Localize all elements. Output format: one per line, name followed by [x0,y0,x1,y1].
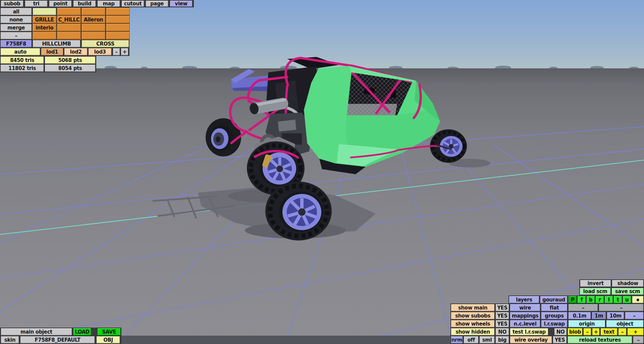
select-none-button[interactable]: none [0,16,32,23]
menu-point[interactable]: point [49,0,72,7]
mappings-button[interactable]: mappings [510,312,540,320]
object-button[interactable]: object [606,320,644,328]
show-wheels-button[interactable]: show wheels [451,320,495,328]
subob-slot-interio[interactable]: interio [33,24,56,31]
grid-01m-button[interactable]: 0.1m [568,312,591,320]
text-plus-button[interactable]: + [627,328,644,336]
channel-r-button[interactable]: r [595,296,604,303]
nrm-button[interactable]: nrm [451,336,463,344]
wire-overlay-state[interactable]: YES [553,336,567,344]
subob-slot-grille[interactable]: GRILLE [33,16,56,23]
lod-minus-button[interactable]: – [113,48,120,56]
channel-f-button[interactable]: f [577,296,586,303]
grid-1m-button[interactable]: 1m [592,312,606,320]
lod1-button[interactable]: lod1 [41,48,63,56]
subob-slot-1-3[interactable] [106,16,130,23]
wheel-rear-far [206,118,241,156]
text-minus-button[interactable]: – [618,328,627,336]
text-button[interactable]: text [600,328,618,336]
subob-slot-3-0[interactable] [33,32,56,40]
skin-button[interactable]: skin [1,336,19,344]
subob-slot-c-hillc[interactable]: C_HILLC [57,16,81,23]
subob-slot-0-1[interactable] [57,8,81,15]
show-hidden-state[interactable]: NO [495,328,509,336]
show-subobs-button[interactable]: show subobs [451,312,495,320]
reload-textures-button[interactable]: reload textures [568,336,632,344]
layers-button[interactable]: layers [509,296,539,303]
channel-b-button[interactable]: b [586,296,595,303]
subob-slot-aileron[interactable]: Aileron [82,16,105,23]
flat-button[interactable]: flat [541,304,568,312]
horizon-silhouette [105,66,639,70]
menu-page[interactable]: page [146,0,168,7]
menu-build[interactable]: build [73,0,96,7]
lr-swap-button[interactable]: l.r.swap [541,320,568,328]
lod-pts-stat: 5068 pts [45,56,96,64]
subob-slot-2-1[interactable] [57,24,81,31]
subob-slot-2-3[interactable] [106,24,130,31]
lod2-button[interactable]: lod2 [64,48,88,56]
subob-slot-2-2[interactable] [82,24,105,31]
subob-slot-0-0[interactable] [33,8,56,15]
origin-button[interactable]: origin [568,320,605,328]
lod-tris-stat: 8450 tris [0,56,44,64]
model-id-button[interactable]: F758F8 [0,40,32,48]
lod3-button[interactable]: lod3 [88,48,112,56]
dash2-button[interactable]: – [599,304,644,312]
model-mode-button[interactable]: CROSS [82,40,129,48]
test-lr-swap-button[interactable]: test l.r.swap [510,328,548,336]
minus-button[interactable]: – [0,32,32,40]
channel-dot-button[interactable]: ● [632,296,644,303]
model-name-button[interactable]: HILLCLIMB [33,40,80,48]
subob-slot-3-1[interactable] [57,32,81,40]
test-lr-swap-state[interactable]: NO [554,328,567,336]
grid-10m-button[interactable]: 10m [607,312,624,320]
nc-level-button[interactable]: n.c.level [510,320,540,328]
lod-plus-button[interactable]: + [121,48,128,56]
channel-t-button[interactable]: t [613,296,622,303]
shadow-button[interactable]: shadow [612,280,644,287]
end-dash-button[interactable]: – [633,336,644,344]
subob-slot-3-2[interactable] [82,32,105,40]
lod-auto-button[interactable]: auto [0,48,40,56]
invert-button[interactable]: invert [580,280,611,287]
wire-overlay-button[interactable]: wire overlay [510,336,552,344]
grid-dash-button[interactable]: – [625,312,644,320]
gouraud-button[interactable]: gouraud [540,296,568,303]
menu-subob[interactable]: subob [1,0,23,7]
sml-button[interactable]: sml [479,336,495,344]
save-button[interactable]: SAVE [97,328,121,336]
menu-map[interactable]: map [97,0,120,7]
off-button[interactable]: off [464,336,479,344]
dash1-button[interactable]: – [568,304,598,312]
groups-button[interactable]: groups [541,312,568,320]
save-scm-button[interactable]: save scm [611,288,644,295]
show-hidden-button[interactable]: show hidden [451,328,495,336]
channel-l-button[interactable]: l [604,296,613,303]
channel-u-button[interactable]: u [623,296,631,303]
merge-button[interactable]: merge [0,24,32,31]
blob-minus-button[interactable]: – [583,328,591,336]
menu-view[interactable]: view [170,0,193,7]
big-button[interactable]: big [495,336,509,344]
editor-window: subob tri point build map cutout page vi… [0,0,644,344]
load-button[interactable]: LOAD [73,328,91,336]
blob-plus-button[interactable]: + [592,328,600,336]
load-scm-button[interactable]: load scm [580,288,611,295]
channel-P-button[interactable]: P [568,296,577,303]
skin-name-button[interactable]: F758F8_DEFAULT [20,336,95,344]
subob-slot-3-3[interactable] [106,32,130,40]
show-main-button[interactable]: show main [451,304,495,312]
select-all-button[interactable]: all [0,8,32,15]
obj-button[interactable]: OBJ [96,336,120,344]
show-main-state[interactable]: YES [495,304,509,312]
show-wheels-state[interactable]: YES [495,320,509,328]
subob-slot-0-2[interactable] [82,8,105,15]
menu-cutout[interactable]: cutout [121,0,144,7]
menu-tri[interactable]: tri [25,0,48,7]
main-object-button[interactable]: main object [1,328,72,336]
show-subobs-state[interactable]: YES [495,312,509,320]
subob-slot-0-3[interactable] [106,8,130,15]
wire-button[interactable]: wire [510,304,540,312]
blob-button[interactable]: blob [568,328,583,336]
